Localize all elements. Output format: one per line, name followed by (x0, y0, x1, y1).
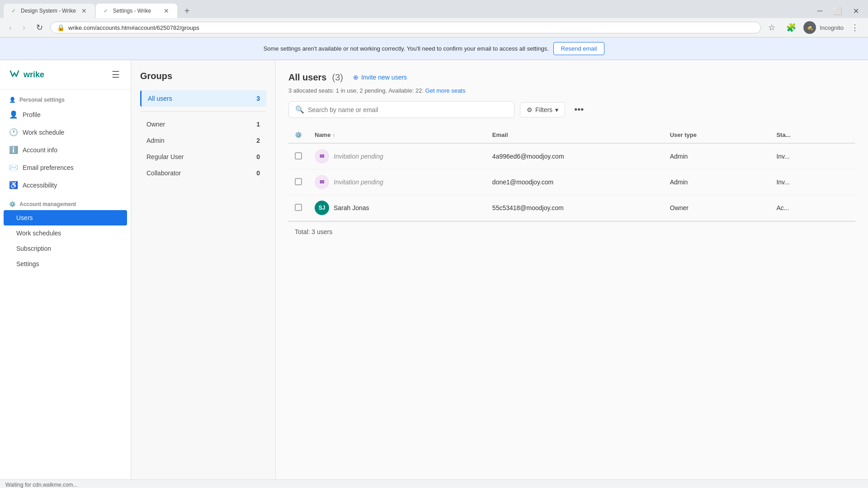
th-status[interactable]: Sta... (770, 127, 855, 143)
sidebar-item-settings[interactable]: Settings (0, 256, 131, 272)
group-item-admin[interactable]: Admin 2 (140, 132, 266, 149)
account-info-icon: ℹ️ (9, 145, 18, 154)
menu-toggle-button[interactable]: ☰ (110, 67, 122, 82)
row-2-status: Inv... (770, 169, 855, 195)
seats-message: 3 allocated seats: 1 in use, 2 pending. … (288, 87, 424, 94)
group-owner-label: Owner (146, 121, 165, 128)
more-options-button[interactable]: ⋮ (847, 21, 863, 34)
bookmark-button[interactable]: ☆ (764, 21, 779, 34)
row-2-name: Invitation pending (334, 178, 383, 186)
status-message: Waiting for cdn.walkme.com... (5, 482, 78, 488)
total-users: Total: 3 users (295, 228, 332, 235)
group-owner-count: 1 (256, 121, 260, 128)
row-1-status: Inv... (770, 143, 855, 169)
row-1-user-type: Admin (664, 143, 770, 169)
app: Some settings aren't available or not wo… (0, 38, 868, 488)
filters-button[interactable]: ⚙ Filters ▾ (520, 102, 565, 117)
row-3-user-type: Owner (664, 195, 770, 221)
users-title: All users (288, 72, 326, 83)
group-item-collaborator[interactable]: Collaborator 0 (140, 165, 266, 181)
window-controls: ─ ⬜ ✕ (812, 4, 868, 18)
group-item-regular-user[interactable]: Regular User 0 (140, 149, 266, 165)
search-filter-row: 🔍 ⚙ Filters ▾ ••• (288, 101, 855, 118)
th-checkbox: ⚙️ (288, 127, 308, 143)
url-input[interactable] (68, 24, 754, 31)
sidebar-item-users[interactable]: Users (4, 210, 127, 225)
th-status-label: Sta... (776, 131, 790, 138)
profile-icon: 👤 (9, 110, 18, 119)
tab-favicon-2: ✓ (102, 7, 109, 14)
row-1-email: 4a996ed6@moodjoy.com (486, 143, 664, 169)
forward-button[interactable]: › (19, 21, 29, 34)
sidebar-item-work-schedule[interactable]: 🕐 Work schedule (0, 123, 131, 141)
address-bar[interactable]: 🔒 (50, 22, 761, 33)
incognito-profile-button[interactable]: Incognito 🕵 (803, 21, 816, 34)
group-item-owner[interactable]: Owner 1 (140, 116, 266, 132)
th-name[interactable]: Name ↑ (308, 127, 486, 143)
row-2-checkbox-cell (288, 169, 308, 195)
sidebar-item-subscription[interactable]: Subscription (0, 241, 131, 256)
new-tab-button[interactable]: + (180, 4, 194, 18)
row-2-checkbox[interactable] (295, 178, 302, 185)
sidebar-item-email-preferences[interactable]: ✉️ Email preferences (0, 159, 131, 176)
filter-icon: ⚙ (527, 106, 533, 113)
sidebar-item-account-info[interactable]: ℹ️ Account info (0, 141, 131, 159)
users-panel: All users (3) ⊕ Invite new users 3 alloc… (276, 60, 868, 479)
maximize-button[interactable]: ⬜ (828, 4, 848, 18)
sidebar-item-accessibility-label: Accessibility (23, 182, 57, 189)
th-user-type[interactable]: User type (664, 127, 770, 143)
resend-email-button[interactable]: Resend email (553, 42, 605, 55)
tab-close-1[interactable]: ✕ (80, 7, 89, 14)
search-input[interactable] (308, 106, 508, 113)
row-1-checkbox-cell (288, 143, 308, 169)
tab-close-2[interactable]: ✕ (162, 7, 171, 14)
minimize-button[interactable]: ─ (812, 4, 828, 18)
logo-icon (9, 68, 20, 81)
tab-design-system[interactable]: ✓ Design System - Wrike ✕ (4, 4, 95, 18)
incognito-text: Incognito (820, 24, 844, 31)
get-more-seats-link[interactable]: Get more seats (425, 87, 466, 94)
group-regular-user-count: 0 (256, 153, 260, 160)
row-1-checkbox[interactable] (295, 152, 302, 160)
back-button[interactable]: ‹ (5, 21, 15, 34)
email-preferences-icon: ✉️ (9, 163, 18, 172)
row-2-user-type: Admin (664, 169, 770, 195)
group-admin-label: Admin (146, 137, 165, 144)
address-bar-row: ‹ › ↻ 🔒 ☆ 🧩 Incognito 🕵 Incognito ⋮ (0, 18, 868, 38)
row-3-name: Sarah Jonas (334, 204, 369, 211)
app-body: wrike ☰ 👤 Personal settings 👤 Profile 🕐 … (0, 60, 868, 479)
seats-info: 3 allocated seats: 1 in use, 2 pending. … (288, 87, 855, 94)
group-item-all-users[interactable]: All users 3 (140, 90, 266, 107)
tab-settings[interactable]: ✓ Settings - Wrike ✕ (96, 4, 177, 18)
close-button[interactable]: ✕ (848, 4, 864, 18)
refresh-button[interactable]: ↻ (33, 21, 47, 34)
sidebar-item-accessibility[interactable]: ♿ Accessibility (0, 176, 131, 194)
sidebar-item-work-schedules[interactable]: Work schedules (0, 225, 131, 241)
sidebar-item-work-schedule-label: Work schedule (23, 129, 64, 136)
work-schedules-label: Work schedules (16, 230, 61, 237)
row-3-name-cell: SJ Sarah Jonas (308, 195, 486, 221)
th-email[interactable]: Email (486, 127, 664, 143)
table-footer: Total: 3 users (288, 221, 855, 242)
sidebar: wrike ☰ 👤 Personal settings 👤 Profile 🕐 … (0, 60, 131, 479)
row-3-checkbox[interactable] (295, 204, 302, 211)
groups-panel: Groups All users 3 Owner 1 Admin 2 Regul… (131, 60, 276, 479)
th-user-type-label: User type (670, 131, 697, 138)
table-row: SJ Sarah Jonas 55c53418@moodjoy.com Owne… (288, 195, 855, 221)
invite-new-users-button[interactable]: ⊕ Invite new users (349, 71, 411, 84)
sidebar-item-profile[interactable]: 👤 Profile (0, 106, 131, 123)
row-1-name: Invitation pending (334, 153, 383, 160)
table-row: ✉ Invitation pending done1@moodjoy.com A… (288, 169, 855, 195)
tab-title-2: Settings - Wrike (113, 8, 158, 14)
logo-text: wrike (24, 70, 44, 80)
sort-ascending-icon: ↑ (332, 132, 335, 138)
gear-settings-icon[interactable]: ⚙️ (295, 131, 302, 138)
extension-button[interactable]: 🧩 (783, 21, 800, 34)
more-actions-button[interactable]: ••• (571, 103, 587, 117)
row-3-status: Ac... (770, 195, 855, 221)
group-all-users-count: 3 (256, 95, 260, 102)
users-count: (3) (332, 72, 343, 83)
work-schedule-icon: 🕐 (9, 128, 18, 136)
more-icon: ••• (574, 104, 584, 114)
sidebar-header: wrike ☰ (0, 60, 131, 89)
